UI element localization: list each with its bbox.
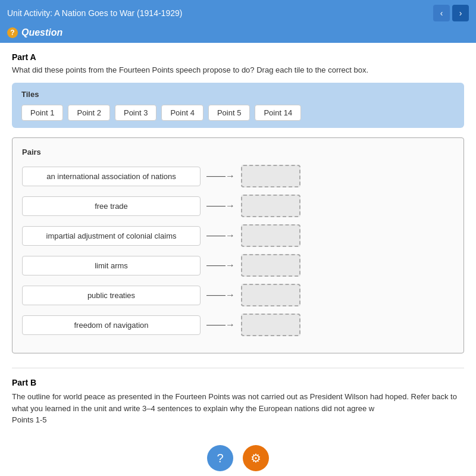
arrow-5: ——→ xyxy=(206,290,235,300)
tile-point1[interactable]: Point 1 xyxy=(21,105,63,121)
arrow-6: ——→ xyxy=(206,320,235,330)
tile-point2[interactable]: Point 2 xyxy=(68,105,109,121)
question-icon: ? xyxy=(7,27,18,38)
arrow-3: ——→ xyxy=(206,230,235,241)
tiles-row: Point 1 Point 2 Point 3 Point 4 Point 5 … xyxy=(21,105,455,121)
drop-box-5[interactable] xyxy=(241,284,300,306)
tiles-container: Tiles Point 1 Point 2 Point 3 Point 4 Po… xyxy=(12,83,464,128)
pair-text-free-trade: free trade xyxy=(22,196,201,216)
drop-box-2[interactable] xyxy=(241,195,300,217)
help-icon-button[interactable]: ? xyxy=(207,445,233,471)
pair-text-international: an international association of nations xyxy=(22,167,201,186)
question-label-bar: ? Question xyxy=(0,26,476,43)
drop-box-3[interactable] xyxy=(241,224,300,247)
pair-row-1: an international association of nations … xyxy=(22,165,454,187)
tile-point5[interactable]: Point 5 xyxy=(208,105,250,121)
pairs-label: Pairs xyxy=(22,148,454,156)
main-content: Part A What did these points from the Fo… xyxy=(0,43,476,476)
nav-next-button[interactable]: › xyxy=(452,5,469,21)
arrow-1: ——→ xyxy=(206,171,235,181)
page-title: Unit Activity: A Nation Goes to War (191… xyxy=(7,8,182,18)
settings-icon-button[interactable]: ⚙ xyxy=(243,445,269,471)
tiles-label: Tiles xyxy=(21,90,455,99)
part-b-subtext: Points 1-5 xyxy=(12,414,464,426)
pairs-container: Pairs an international association of na… xyxy=(12,137,464,353)
pair-text-navigation: freedom of navigation xyxy=(22,315,201,335)
pair-row-3: impartial adjustment of colonial claims … xyxy=(22,224,454,247)
part-b-section: Part B The outline for world peace as pr… xyxy=(12,368,464,426)
pair-row-2: free trade ——→ xyxy=(22,195,454,217)
arrow-4: ——→ xyxy=(206,260,235,271)
nav-prev-button[interactable]: ‹ xyxy=(433,5,450,21)
page-header: Unit Activity: A Nation Goes to War (191… xyxy=(0,0,476,26)
question-label-text: Question xyxy=(21,27,62,38)
tile-point4[interactable]: Point 4 xyxy=(161,105,203,121)
pair-text-colonial: impartial adjustment of colonial claims xyxy=(22,226,201,246)
part-b-label: Part B xyxy=(12,378,464,387)
pair-text-limit-arms: limit arms xyxy=(22,256,201,275)
bottom-icons-bar: ? ⚙ xyxy=(0,440,476,476)
pair-text-public-treaties: public treaties xyxy=(22,286,201,305)
header-navigation: ‹ › xyxy=(433,5,469,21)
part-a-label: Part A xyxy=(12,52,464,62)
part-a-description: What did these points from the Fourteen … xyxy=(12,65,464,74)
part-b-text: The outline for world peace as presented… xyxy=(12,391,464,414)
tile-point14[interactable]: Point 14 xyxy=(255,105,301,121)
pair-row-5: public treaties ——→ xyxy=(22,284,454,306)
pair-row-4: limit arms ——→ xyxy=(22,254,454,277)
drop-box-1[interactable] xyxy=(241,165,300,187)
arrow-2: ——→ xyxy=(206,201,235,211)
drop-box-6[interactable] xyxy=(241,314,300,336)
drop-box-4[interactable] xyxy=(241,254,300,277)
tile-point3[interactable]: Point 3 xyxy=(115,105,156,121)
pair-row-6: freedom of navigation ——→ xyxy=(22,314,454,336)
